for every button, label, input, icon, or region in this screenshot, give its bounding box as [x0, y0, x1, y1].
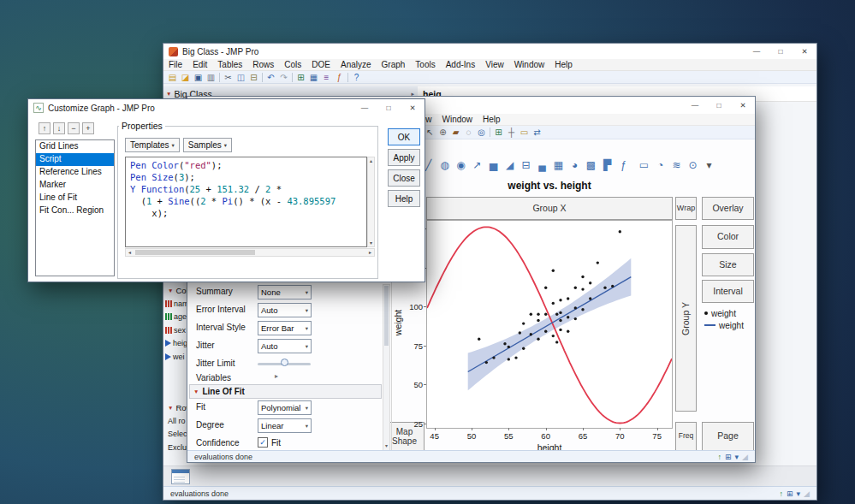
help-icon[interactable]: ?	[350, 72, 363, 83]
legend-item[interactable]: weight	[704, 319, 754, 331]
parallel-plot-icon[interactable]: ≋	[668, 157, 685, 173]
script-editor[interactable]: Pen Color("red");Pen Size(3);Y Function(…	[125, 157, 367, 247]
remove-item-button[interactable]: −	[68, 122, 80, 134]
log-up-icon[interactable]: ↑	[718, 453, 722, 461]
new-table-icon[interactable]: ▤	[166, 72, 179, 83]
control-panel-scrollbar[interactable]: ▾	[383, 284, 390, 451]
hand-tool-icon[interactable]: ⊕	[436, 127, 449, 138]
menu-item-add-ins[interactable]: Add-Ins	[441, 60, 480, 69]
histogram-element-icon[interactable]: ▄	[534, 157, 550, 173]
menu-item-window[interactable]: Window	[509, 60, 550, 69]
interval-style-dropdown[interactable]: Error Bar▾	[258, 321, 312, 335]
menu-item-edit[interactable]: Edit	[187, 60, 212, 69]
disclosure-triangle-icon[interactable]: ▼	[168, 405, 173, 411]
help-button[interactable]: Help	[388, 190, 420, 207]
disclosure-triangle-icon[interactable]: ▼	[166, 91, 171, 97]
resize-grip-icon[interactable]: ◢	[804, 489, 810, 498]
menu-item-cols[interactable]: Cols	[279, 60, 306, 69]
heatmap-element-icon[interactable]: ▦	[550, 157, 567, 173]
scroll-tool-icon[interactable]: ⇄	[531, 127, 543, 138]
rows-panel-header[interactable]: ▼ Row	[165, 401, 188, 414]
slider-thumb[interactable]	[281, 359, 288, 366]
maximize-button[interactable]: □	[769, 44, 793, 59]
script-horizontal-scrollbar[interactable]: ◂ ▸	[125, 248, 375, 257]
close-button[interactable]: ✕	[793, 44, 816, 59]
summary-dropdown[interactable]: None▾	[258, 285, 312, 299]
line-element-icon[interactable]: ↗	[469, 157, 485, 173]
column-item-sex[interactable]: sex	[165, 323, 188, 337]
scrollbar-thumb[interactable]	[135, 250, 255, 255]
column-item-nam[interactable]: nam	[165, 297, 188, 311]
samples-button[interactable]: Samples▾	[183, 138, 232, 152]
drop-zone-color[interactable]: Color	[702, 225, 754, 249]
confidence-checkbox[interactable]: ✓	[258, 437, 268, 448]
caption-box-icon[interactable]: ▭	[636, 157, 652, 173]
menu-item-graph[interactable]: Graph	[377, 60, 411, 69]
contour-element-icon[interactable]: ◉	[453, 157, 469, 173]
mosaic-element-icon[interactable]: ▩	[583, 157, 599, 173]
property-item-reference-lines[interactable]: Reference Lines	[36, 166, 114, 179]
copy-icon[interactable]: ◫	[235, 72, 247, 83]
rows-item-selec[interactable]: Selec	[165, 428, 188, 442]
cut-icon[interactable]: ✂	[222, 72, 235, 83]
scatter-plot-svg[interactable]	[427, 221, 672, 428]
scroll-right-icon[interactable]: ▸	[366, 249, 374, 256]
fit-dropdown[interactable]: Polynomial▾	[258, 400, 312, 415]
jitter-dropdown[interactable]: Auto▾	[258, 339, 312, 353]
selection-tool-icon[interactable]: ⊞	[492, 127, 505, 138]
close-button[interactable]: ✕	[731, 97, 755, 114]
crosshair-tool-icon[interactable]: ┼	[505, 127, 518, 138]
treemap-element-icon[interactable]: ▛	[599, 157, 615, 173]
columns-panel-header[interactable]: ▼ Col...	[165, 284, 188, 297]
drop-zone-page[interactable]: Page	[702, 422, 754, 451]
minimize-button[interactable]: —	[683, 97, 707, 114]
property-item-marker[interactable]: Marker	[36, 179, 114, 192]
main-titlebar[interactable]: Big Class - JMP Pro — □ ✕	[163, 44, 816, 59]
scatter-plot-area[interactable]	[426, 220, 673, 429]
dialog-titlebar[interactable]: ∿ Customize Graph - JMP Pro — □ ✕	[28, 99, 425, 116]
disclosure-triangle-icon[interactable]: ▼	[193, 388, 199, 394]
log-up-icon[interactable]: ↑	[780, 489, 784, 498]
add-item-button[interactable]: +	[82, 122, 94, 134]
property-item-script[interactable]: Script	[36, 153, 114, 166]
menu-item-rows[interactable]: Rows	[247, 60, 279, 69]
magnifier-tool-icon[interactable]: ◎	[475, 127, 488, 138]
menu-item-tables[interactable]: Tables	[212, 60, 247, 69]
formula-icon[interactable]: ƒ	[333, 72, 346, 83]
redo-icon[interactable]: ↷	[277, 72, 290, 83]
annotate-tool-icon[interactable]: ▭	[518, 127, 531, 138]
error-interval-dropdown[interactable]: Auto▾	[258, 303, 312, 317]
move-down-button[interactable]: ↓	[53, 122, 65, 134]
menu-item-window[interactable]: Window	[437, 115, 478, 124]
property-item-line-of-fit[interactable]: Line of Fit	[36, 192, 114, 205]
drop-zone-freq[interactable]: Freq	[675, 422, 697, 451]
palette-menu-icon[interactable]: ▾	[701, 157, 717, 173]
disclosure-triangle-icon[interactable]: ▼	[168, 288, 173, 294]
maximize-button[interactable]: □	[707, 97, 731, 114]
menu-item-doe[interactable]: DOE	[306, 60, 335, 69]
rows-item-all-ro[interactable]: All ro	[165, 414, 188, 428]
drop-zone-overlay[interactable]: Overlay	[702, 197, 754, 220]
resize-grip-icon[interactable]: ◢	[742, 453, 748, 461]
paste-icon[interactable]: ⊟	[247, 72, 260, 83]
data-table-icon[interactable]: ⊞	[294, 72, 307, 83]
formula-element-icon[interactable]: ƒ	[615, 157, 632, 173]
pie-element-icon[interactable]: ◕	[567, 157, 583, 173]
window-grid-icon[interactable]: ⊞	[787, 489, 793, 498]
drop-zone-size[interactable]: Size	[702, 253, 754, 276]
bar-element-icon[interactable]: ▅	[485, 157, 502, 173]
scroll-up-icon[interactable]: ▴	[368, 157, 374, 164]
menu-item-view[interactable]: View	[480, 60, 509, 69]
status-caret-icon[interactable]: ▾	[735, 453, 739, 461]
column-item-wei[interactable]: wei	[165, 350, 188, 364]
arrow-tool-icon[interactable]: ↖	[424, 127, 436, 138]
pin-icon[interactable]: ⊙	[685, 157, 701, 173]
script-vertical-scrollbar[interactable]: ▴ ▾	[367, 157, 375, 247]
area-element-icon[interactable]: ◢	[502, 157, 518, 173]
print-icon[interactable]: ▥	[205, 72, 217, 83]
rows-item-exclu[interactable]: Exclu	[165, 441, 188, 454]
drop-zone-group-y[interactable]: Group Y	[675, 225, 697, 412]
save-icon[interactable]: ▣	[192, 72, 205, 83]
map-shape-element-icon[interactable]: ◔	[652, 157, 668, 173]
menu-item-tools[interactable]: Tools	[410, 60, 440, 69]
